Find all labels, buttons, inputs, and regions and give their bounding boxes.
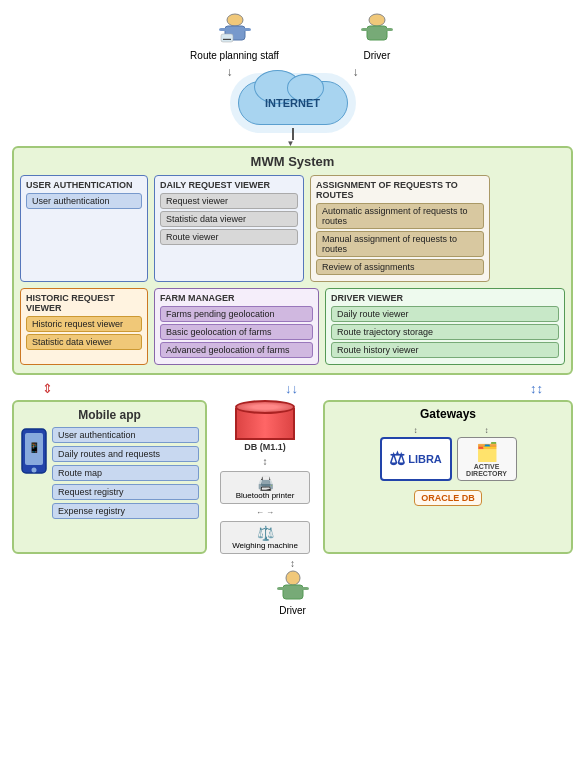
assignment-item-0: Automatic assignment of requests to rout…	[316, 203, 484, 229]
gateways-title: Gateways	[330, 407, 566, 421]
svg-rect-17	[301, 587, 309, 590]
farm-item-0: Farms pending geolocation	[160, 306, 313, 322]
driver-viewer-item-0: Daily route viewer	[331, 306, 559, 322]
svg-rect-3	[243, 28, 251, 31]
user-auth-module: USER AUTHENTICATION User authentication	[20, 175, 148, 282]
assignment-item-2: Review of assignments	[316, 259, 484, 275]
bottom-driver: ↕ Driver	[8, 558, 577, 616]
daily-request-item-1: Statistic data viewer	[160, 211, 298, 227]
phone-icon: 📱	[20, 427, 48, 521]
db-top	[235, 400, 295, 414]
svg-rect-7	[367, 26, 387, 40]
svg-rect-16	[277, 587, 285, 590]
assignment-item-1: Manual assignment of requests to routes	[316, 231, 484, 257]
mobile-item-1: Daily routes and requests	[52, 446, 199, 462]
mobile-item-0: User authentication	[52, 427, 199, 443]
driver-top-icon	[359, 12, 395, 48]
daily-request-module: DAILY REQUEST VIEWER Request viewer Stat…	[154, 175, 304, 282]
daily-request-item-0: Request viewer	[160, 193, 298, 209]
gateways-panel: Gateways ↕ ⚖ LIBRA ↕ 🗂️ ACTIVEDIRECTORY	[323, 400, 573, 554]
farm-item-1: Basic geolocation of farms	[160, 324, 313, 340]
actor-driver-top: Driver	[359, 12, 395, 61]
middle-column: DB (M1.1) ↕ 🖨️ Bluetooth printer ← → ⚖️ …	[215, 400, 315, 554]
mwm-system: MWM System USER AUTHENTICATION User auth…	[12, 146, 573, 375]
mwm-title: MWM System	[20, 154, 565, 169]
daily-request-title: DAILY REQUEST VIEWER	[160, 180, 298, 190]
ad-label: ACTIVEDIRECTORY	[466, 463, 507, 477]
svg-point-14	[286, 571, 300, 585]
actor-planning-staff: ▬▬ Route planning staff	[190, 12, 279, 61]
driver-bottom-label: Driver	[279, 605, 306, 616]
oracle-label: ORACLE DB	[421, 493, 475, 503]
svg-point-12	[32, 468, 37, 473]
database-cylinder	[235, 400, 295, 440]
svg-rect-8	[361, 28, 369, 31]
farm-manager-module: FARM MANAGER Farms pending geolocation B…	[154, 288, 319, 365]
mobile-item-4: Expense registry	[52, 503, 199, 519]
historic-title: HISTORIC REQUEST VIEWER	[26, 293, 142, 313]
daily-request-item-2: Route viewer	[160, 229, 298, 245]
mobile-item-3: Request registry	[52, 484, 199, 500]
planning-staff-label: Route planning staff	[190, 50, 279, 61]
internet-cloud: INTERNET	[228, 81, 358, 125]
active-directory-box: 🗂️ ACTIVEDIRECTORY	[457, 437, 517, 481]
user-auth-item-0: User authentication	[26, 193, 142, 209]
svg-rect-2	[219, 28, 227, 31]
driver-viewer-title: DRIVER VIEWER	[331, 293, 559, 303]
mobile-app-title: Mobile app	[20, 408, 199, 422]
historic-item-1: Statistic data viewer	[26, 334, 142, 350]
mobile-app: Mobile app 📱 User authentication Daily r…	[12, 400, 207, 554]
libra-label: LIBRA	[408, 453, 442, 465]
driver-viewer-item-1: Route trajectory storage	[331, 324, 559, 340]
svg-rect-9	[385, 28, 393, 31]
svg-rect-15	[283, 585, 303, 599]
svg-rect-0	[227, 14, 243, 26]
database-label: DB (M1.1)	[244, 442, 286, 452]
svg-text:▬▬: ▬▬	[223, 36, 231, 41]
user-auth-title: USER AUTHENTICATION	[26, 180, 142, 190]
mobile-item-2: Route map	[52, 465, 199, 481]
printer-label: Bluetooth printer	[226, 491, 304, 500]
historic-item-0: Historic request viewer	[26, 316, 142, 332]
assignment-title: ASSIGNMENT OF REQUESTS TO ROUTES	[316, 180, 484, 200]
planning-staff-icon: ▬▬	[217, 12, 253, 48]
driver-viewer-module: DRIVER VIEWER Daily route viewer Route t…	[325, 288, 565, 365]
assignment-module: ASSIGNMENT OF REQUESTS TO ROUTES Automat…	[310, 175, 490, 282]
oracle-db-box: ORACLE DB	[414, 490, 482, 506]
driver-top-label: Driver	[364, 50, 391, 61]
historic-module: HISTORIC REQUEST VIEWER Historic request…	[20, 288, 148, 365]
weighing-machine: ⚖️ Weighing machine	[220, 521, 310, 554]
bluetooth-printer: 🖨️ Bluetooth printer	[220, 471, 310, 504]
internet-label: INTERNET	[265, 97, 320, 109]
libra-box: ⚖ LIBRA	[380, 437, 452, 481]
scale-label: Weighing machine	[226, 541, 304, 550]
farm-item-2: Advanced geolocation of farms	[160, 342, 313, 358]
driver-bottom-icon	[275, 569, 311, 605]
svg-rect-6	[369, 14, 385, 26]
farm-manager-title: FARM MANAGER	[160, 293, 313, 303]
svg-text:📱: 📱	[28, 441, 41, 454]
driver-viewer-item-2: Route history viewer	[331, 342, 559, 358]
